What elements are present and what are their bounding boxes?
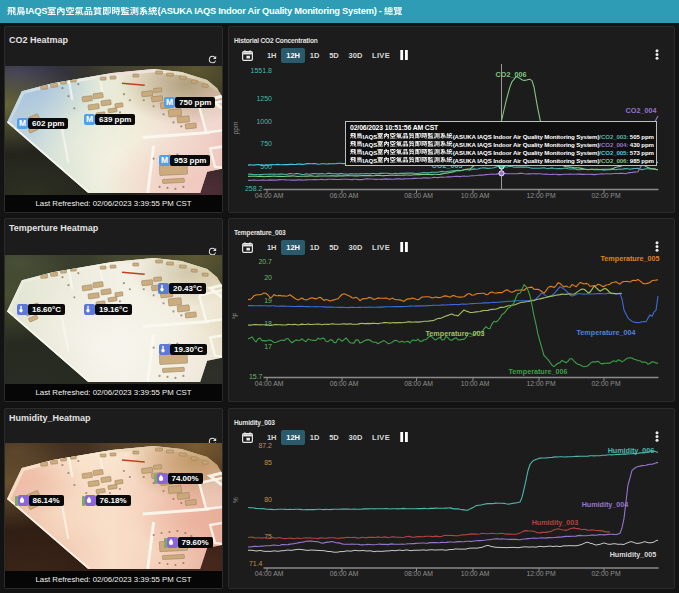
svg-text:02:00 PM: 02:00 PM: [591, 192, 620, 199]
svg-text:Temperature_006: Temperature_006: [509, 367, 568, 376]
svg-text:87.2: 87.2: [258, 442, 272, 449]
svg-text:10:00 AM: 10:00 AM: [461, 192, 490, 199]
svg-text:Humidity_003: Humidity_003: [532, 518, 579, 527]
svg-text:06:00 AM: 06:00 AM: [330, 192, 359, 199]
svg-text:12:00 PM: 12:00 PM: [526, 570, 555, 577]
svg-text:04:00 AM: 04:00 AM: [255, 570, 284, 577]
svg-text:CO2_006: CO2_006: [496, 70, 527, 79]
svg-text:10:00 AM: 10:00 AM: [461, 570, 490, 577]
svg-text:20: 20: [264, 274, 272, 281]
svg-text:17: 17: [264, 343, 272, 350]
svg-text:750: 750: [260, 140, 272, 147]
svg-text:04:00 AM: 04:00 AM: [255, 380, 284, 387]
svg-text:19: 19: [264, 297, 272, 304]
svg-text:1551.8: 1551.8: [251, 67, 273, 74]
svg-text:08:00 AM: 08:00 AM: [404, 380, 433, 387]
svg-text:Temperature_004: Temperature_004: [577, 328, 636, 337]
svg-text:Temperature_003: Temperature_003: [426, 329, 485, 338]
svg-text:ppm: ppm: [232, 122, 240, 135]
svg-text:1000: 1000: [256, 118, 272, 125]
svg-text:20.7: 20.7: [258, 258, 272, 265]
svg-text:18: 18: [264, 320, 272, 327]
svg-text:1250: 1250: [256, 95, 272, 102]
svg-text:06:00 AM: 06:00 AM: [330, 570, 359, 577]
svg-text:04:00 AM: 04:00 AM: [255, 192, 284, 199]
svg-text:500: 500: [260, 163, 272, 170]
svg-text:02:00 PM: 02:00 PM: [591, 570, 620, 577]
svg-text:80: 80: [264, 496, 272, 503]
svg-text:06:00 AM: 06:00 AM: [330, 380, 359, 387]
svg-text:%: %: [232, 497, 239, 503]
svg-text:08:00 AM: 08:00 AM: [404, 570, 433, 577]
svg-text:Temperature_005: Temperature_005: [601, 254, 660, 263]
svg-text:12:00 PM: 12:00 PM: [526, 192, 555, 199]
svg-text:85: 85: [264, 459, 272, 466]
svg-text:71.4: 71.4: [249, 560, 263, 567]
svg-text:10:00 AM: 10:00 AM: [461, 380, 490, 387]
svg-text:Humidity_005: Humidity_005: [610, 550, 657, 559]
svg-text:°F: °F: [232, 313, 239, 320]
svg-text:02:00 PM: 02:00 PM: [591, 380, 620, 387]
svg-text:Humidity_004: Humidity_004: [582, 500, 629, 509]
svg-text:12:00 PM: 12:00 PM: [526, 380, 555, 387]
svg-text:75: 75: [264, 533, 272, 540]
svg-text:CO2_004: CO2_004: [626, 106, 657, 115]
svg-text:Humidity_006: Humidity_006: [608, 446, 655, 455]
svg-text:08:00 AM: 08:00 AM: [404, 192, 433, 199]
